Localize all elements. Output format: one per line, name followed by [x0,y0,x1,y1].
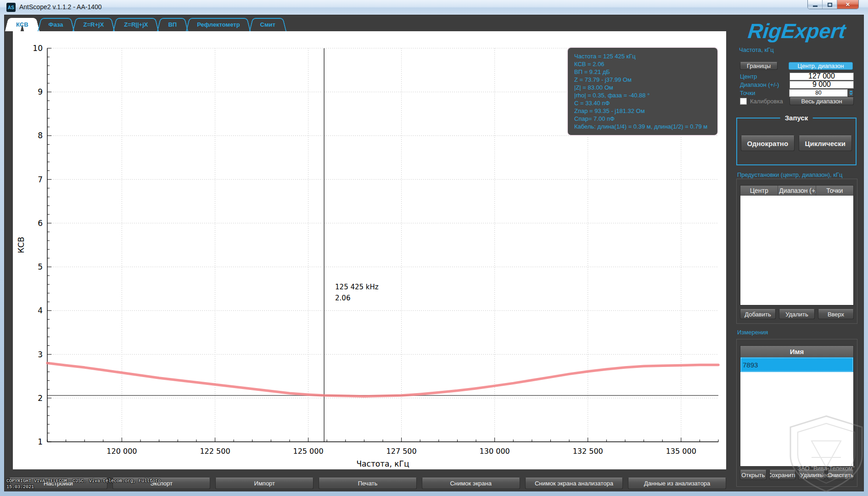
tab-label: Фаза [49,21,63,28]
tab-рефлектометр[interactable]: Рефлектометр [189,18,247,31]
center-span-button[interactable]: Центр, диапазон [789,62,853,70]
presets-table-body[interactable] [740,196,853,305]
close-button[interactable]: ✕ [837,0,858,9]
svg-text:122 500: 122 500 [200,447,230,456]
preset-button-удалить[interactable]: Удалить [779,309,815,319]
swr-chart-panel[interactable]: 12345678910120 000122 500125 000127 5001… [13,31,726,469]
tab-фаза[interactable]: Фаза [41,18,71,31]
points-row: Точки [740,89,854,97]
name-column-header: Имя [740,346,853,357]
tab-смит[interactable]: Смит [252,18,283,31]
tab-label: Рефлектометр [197,21,240,28]
tooltip-line: ВП = 9.21 дБ [574,68,711,76]
svg-text:120 000: 120 000 [106,447,137,456]
tab-ксв[interactable]: КСВ [8,18,36,31]
svg-text:3: 3 [38,350,43,359]
tooltip-line: |Z| = 83.00 Ом [574,84,711,91]
svg-text:130 000: 130 000 [480,447,510,456]
tooltip-line: Кабель: длина(1/4) = 0.39 м, длина(1/2) … [574,123,711,130]
calibration-row: Калибровка Весь диапазон [740,97,854,105]
svg-text:2: 2 [38,394,43,403]
svg-text:10: 10 [33,44,43,53]
svg-text:7: 7 [38,175,43,184]
svg-text:132 500: 132 500 [573,447,603,456]
presets-buttons: ДобавитьУдалитьВверх [740,309,854,319]
svg-text:125 000: 125 000 [293,447,323,456]
calibration-checkbox[interactable] [740,98,747,105]
tab-z-r-jx[interactable]: Z=R+jX [76,18,112,31]
measurements-panel: Имя 7893 ОткрытьСохранитьУдалитьОчистить [736,339,857,487]
full-range-button[interactable]: Весь диапазон [790,97,854,105]
tooltip-line: Z = 73.79 - j37.99 Ом [574,76,711,84]
maximize-icon [828,3,832,7]
svg-text:9: 9 [38,87,43,96]
svg-text:5: 5 [38,262,43,271]
presets-table-header: ЦентрДиапазон (+/-)Точки [740,186,853,196]
rigexpert-logo: RigExpert [733,19,860,43]
toolbar-button-настройки[interactable]: Настройки [9,478,107,489]
points-label: Точки [740,90,789,96]
tab-label: КСВ [16,21,28,28]
tab-вп[interactable]: ВП [160,18,185,31]
measurements-buttons: ОткрытьСохранитьУдалитьОчистить [740,470,854,480]
measurement-button-удалить[interactable]: Удалить [798,470,825,480]
app-window: AS AntScope2 v.1.1.2 - AA-1400 ✕ КСВФаза… [0,0,868,496]
maximize-button[interactable] [823,0,837,9]
tooltip-line: Спар= 7.00 пФ [574,115,711,123]
center-row: Центр [740,72,854,80]
svg-text:127 500: 127 500 [386,447,417,456]
app-icon: AS [6,3,16,12]
toolbar-button-экспорт[interactable]: Экспорт [112,478,211,489]
toolbar-button-снимок-экрана[interactable]: Снимок экрана [422,478,520,489]
svg-text:1: 1 [38,437,43,446]
measurement-button-очистить[interactable]: Очистить [828,470,854,480]
measurement-button-сохранить[interactable]: Сохранить [769,470,796,480]
measurements-table-header: Имя [740,346,853,357]
window-controls: ✕ [807,0,859,9]
tab-label: Z=R+jX [84,21,104,28]
close-icon: ✕ [846,1,850,8]
center-label: Центр [740,73,790,80]
run-cyclic-button[interactable]: Циклически [799,135,852,151]
measurements-section-label: Измерения [737,329,768,336]
window-title: AntScope2 v.1.1.2 - AA-1400 [19,3,102,11]
bottom-toolbar: НастройкиЭкспортИмпортПечатьСнимок экран… [9,478,726,489]
tab-label: Z=R||+jX [124,21,148,28]
tooltip-line: Zпар = 93.35 - j181.32 Ом [574,107,711,115]
tooltip-line: |rho| = 0.35, фаза = -40.88 ° [574,91,711,99]
presets-column-header: Диапазон (+/-) [778,186,816,196]
toolbar-button-импорт[interactable]: Импорт [215,478,314,489]
svg-text:Частота, кГц: Частота, кГц [356,459,409,468]
preset-button-добавить[interactable]: Добавить [740,309,776,319]
svg-text:КСВ: КСВ [17,237,26,254]
measurements-table-body[interactable]: 7893 [740,357,853,464]
toolbar-button-данные-из-анализатора[interactable]: Данные из анализатора [628,478,726,489]
measurements-table[interactable]: Имя 7893 [740,345,854,467]
minimize-button[interactable] [808,0,823,9]
span-label: Диапазон (+/-) [740,81,790,88]
tooltip-line: C = 33.40 пФ [574,99,711,107]
tab-z-r-jx[interactable]: Z=R||+jX [116,18,156,31]
points-input[interactable] [789,89,848,97]
run-single-button[interactable]: Однократно [741,135,795,151]
toolbar-button-печать[interactable]: Печать [319,478,417,489]
presets-column-header: Точки [816,186,853,196]
presets-section-label: Предустановки (центр, диапазон), кГц [737,171,842,178]
presets-table[interactable]: ЦентрДиапазон (+/-)Точки [740,185,854,305]
tooltip-line: Частота = 125 425 кГц [574,52,711,60]
measurement-row[interactable]: 7893 [740,357,853,372]
points-stepper[interactable] [848,89,854,97]
svg-text:135 000: 135 000 [666,447,696,456]
preset-button-вверх[interactable]: Вверх [818,309,854,319]
measurement-button-открыть[interactable]: Открыть [740,470,767,480]
frequency-section-label: Частота, кГц [739,46,774,53]
span-input[interactable] [790,81,854,89]
center-input[interactable] [790,73,854,80]
span-row: Диапазон (+/-) [740,80,854,89]
toolbar-button-снимок-экрана-анализатора[interactable]: Снимок экрана анализатора [525,478,623,489]
bounds-button[interactable]: Границы [740,62,778,70]
tab-bar: КСВФазаZ=R+jXZ=R||+jXВПРефлектометрСмит [8,18,283,31]
presets-column-header: Центр [740,186,778,196]
spin-up-icon [849,90,853,92]
spin-down-icon [849,93,853,95]
